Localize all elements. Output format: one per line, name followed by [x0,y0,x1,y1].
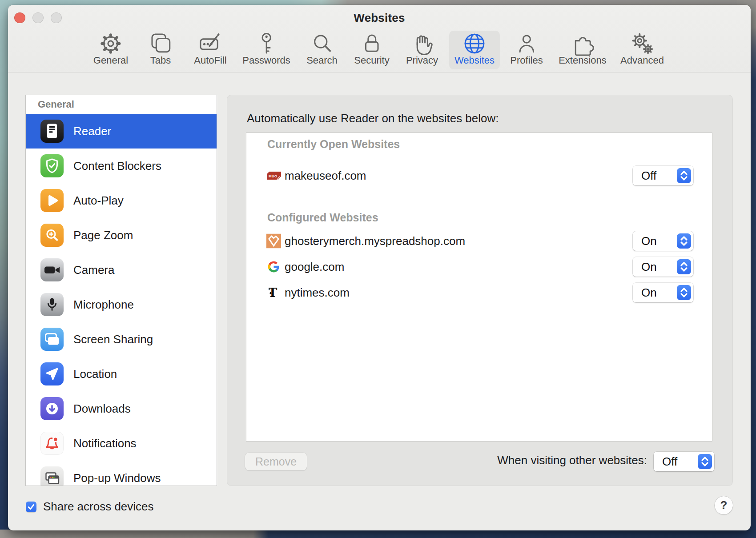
sidebar-item-camera[interactable]: Camera [26,253,217,287]
tab-security-label: Security [354,56,389,65]
sidebar-item-reader[interactable]: Reader [26,114,217,149]
safari-settings-window: Websites General [8,5,751,530]
makeuseof-favicon: MUO [266,172,281,180]
tab-extensions-label: Extensions [559,56,607,65]
search-icon [312,33,332,54]
help-button[interactable]: ? [715,496,733,514]
bell-icon [40,432,64,455]
tab-search[interactable]: Search [301,31,343,69]
sidebar-item-label: Notifications [73,437,137,450]
sidebar-item-notifications[interactable]: Notifications [26,426,217,461]
panel-heading: Automatically use Reader on the websites… [247,112,499,125]
share-label: Share across devices [43,500,154,514]
sidebar-item-screen-sharing[interactable]: Screen Sharing [26,322,217,357]
reader-settings-panel: Automatically use Reader on the websites… [227,95,733,486]
lock-icon [362,33,382,54]
settings-toolbar: General Tabs [8,31,751,70]
reader-mode-select-ghosterymerch[interactable]: On [633,231,693,251]
tab-profiles[interactable]: Profiles [505,31,548,69]
tab-websites-label: Websites [454,56,495,65]
tab-passwords-label: Passwords [242,56,290,65]
site-row-makeuseof: MUO makeuseof.com Off [246,164,712,187]
tab-privacy-label: Privacy [406,56,438,65]
reader-mode-select-nytimes[interactable]: On [633,283,693,302]
tab-extensions[interactable]: Extensions [553,31,612,69]
select-value: On [641,286,657,300]
svg-text:MUO: MUO [269,174,277,178]
screens-icon [40,328,64,351]
sidebar-item-location[interactable]: Location [26,357,217,391]
websites-listbox: Currently Open Websites MUO makeuseof.co… [246,132,712,442]
configured-websites-header: Configured Websites [267,211,378,224]
play-icon [40,189,64,212]
site-name: ghosterymerch.myspreadshop.com [285,234,465,248]
currently-open-header: Currently Open Websites [267,138,400,151]
reader-mode-select-makeuseof[interactable]: Off [633,166,693,185]
site-row-google: google.com On [246,255,712,278]
tab-advanced[interactable]: Advanced [615,31,669,69]
sidebar-item-popup-windows[interactable]: Pop-up Windows [26,461,217,486]
site-name: google.com [285,260,344,274]
header-divider [246,154,712,154]
key-icon [256,33,277,54]
sidebar-item-label: Camera [73,263,114,277]
tab-tabs-label: Tabs [150,56,171,65]
stepper-icon [698,454,712,469]
gears-icon [632,33,652,54]
sidebar-item-label: Reader [73,124,111,138]
site-row-nytimes: T nytimes.com On [246,281,712,304]
select-value: On [641,234,657,248]
google-favicon [266,261,281,273]
when-visiting-label: When visiting other websites: [497,454,647,467]
reader-mode-select-google[interactable]: On [633,257,693,277]
sidebar-item-label: Downloads [73,402,131,416]
tab-general[interactable]: General [88,31,133,69]
nytimes-favicon: T [266,287,281,299]
sidebar-item-downloads[interactable]: Downloads [26,391,217,426]
popup-windows-icon [40,466,64,486]
person-icon [516,33,537,54]
tab-autofill-label: AutoFill [194,56,226,65]
select-value: Off [641,169,656,183]
select-value: On [641,260,657,274]
stepper-icon [677,285,691,300]
ghosterymerch-favicon [266,234,281,249]
sidebar: General Reader Content Blockers [25,95,217,486]
sidebar-item-page-zoom[interactable]: Page Zoom [26,218,217,253]
shield-icon [40,154,64,177]
select-value: Off [662,455,677,469]
sidebar-item-label: Content Blockers [73,159,161,173]
stepper-icon [677,168,691,183]
camera-icon [40,258,64,281]
site-row-ghosterymerch: ghosterymerch.myspreadshop.com On [246,229,712,253]
tab-tabs[interactable]: Tabs [145,31,176,69]
tab-passwords[interactable]: Passwords [237,31,296,69]
remove-button[interactable]: Remove [245,453,307,470]
sidebar-item-auto-play[interactable]: Auto-Play [26,183,217,218]
titlebar: Websites General [8,5,751,72]
share-checkbox[interactable] [26,502,36,512]
tab-privacy[interactable]: Privacy [401,31,443,69]
when-visiting-select[interactable]: Off [654,452,714,471]
tabs-icon [150,33,171,54]
stepper-icon [677,233,691,249]
wallpaper-bottom-band [0,530,756,538]
download-icon [40,397,64,420]
sidebar-section-header: General [26,95,217,114]
site-name: nytimes.com [285,286,350,300]
tab-profiles-label: Profiles [510,56,543,65]
sidebar-item-label: Screen Sharing [73,333,153,346]
reader-icon [40,120,64,143]
hand-icon [412,33,432,54]
tab-security[interactable]: Security [349,31,394,69]
tab-autofill[interactable]: AutoFill [189,31,232,69]
tab-websites[interactable]: Websites [449,31,500,69]
sidebar-item-microphone[interactable]: Microphone [26,287,217,322]
autofill-icon [200,33,221,54]
microphone-icon [40,293,64,316]
tab-general-label: General [93,56,128,65]
tab-search-label: Search [306,56,338,65]
stepper-icon [677,259,691,274]
sidebar-item-content-blockers[interactable]: Content Blockers [26,149,217,183]
sidebar-item-label: Pop-up Windows [73,471,161,485]
